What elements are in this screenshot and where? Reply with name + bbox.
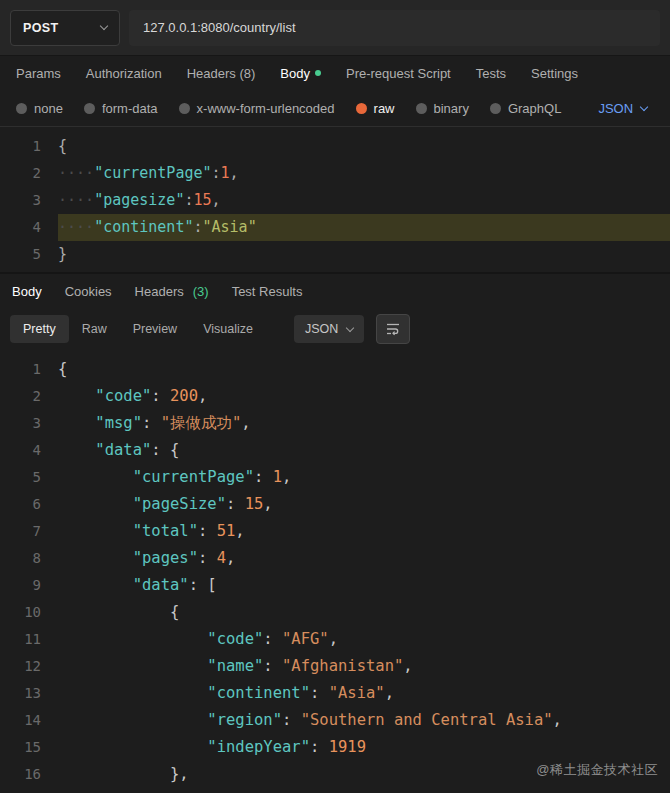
- code-line: 14 "region": "Southern and Central Asia"…: [0, 707, 670, 734]
- line-number: 14: [0, 707, 58, 734]
- line-number: 3: [0, 410, 58, 437]
- raw-format-label: JSON: [598, 101, 633, 116]
- code-content: "code": "AFG",: [58, 626, 670, 653]
- radio-selected-icon: [356, 103, 367, 114]
- code-line: 1{: [0, 356, 670, 383]
- body-type-none[interactable]: none: [16, 101, 63, 116]
- body-type-binary[interactable]: binary: [416, 101, 469, 116]
- line-number: 2: [0, 383, 58, 410]
- tab-params[interactable]: Params: [16, 66, 61, 81]
- line-number: 2: [0, 160, 58, 187]
- code-content: "region": "Southern and Central Asia",: [58, 707, 670, 734]
- code-line: 4 "data": {: [0, 437, 670, 464]
- url-input[interactable]: 127.0.0.1:8080/country/list: [129, 10, 660, 46]
- body-type-row: none form-data x-www-form-urlencoded raw…: [0, 90, 670, 126]
- request-tabs: Params Authorization Headers (8) Body Pr…: [0, 56, 670, 90]
- code-content: "code": 200,: [58, 383, 670, 410]
- response-tab-headers[interactable]: Headers (3): [135, 284, 209, 299]
- view-tab-visualize[interactable]: Visualize: [190, 315, 266, 343]
- line-number: 15: [0, 734, 58, 761]
- code-content: "currentPage": 1,: [58, 464, 670, 491]
- line-number: 13: [0, 680, 58, 707]
- code-content: "pages": 4,: [58, 545, 670, 572]
- code-line: 4····"continent":"Asia": [0, 214, 670, 241]
- tab-headers[interactable]: Headers (8): [187, 66, 256, 81]
- wrap-text-button[interactable]: [376, 314, 410, 344]
- line-number: 11: [0, 626, 58, 653]
- response-tab-headers-label: Headers: [135, 284, 184, 299]
- code-content: ····"continent":"Asia": [58, 214, 670, 241]
- body-type-label: x-www-form-urlencoded: [197, 101, 335, 116]
- view-tab-pretty[interactable]: Pretty: [10, 315, 69, 343]
- code-line: 5 "currentPage": 1,: [0, 464, 670, 491]
- tab-pre-request-script[interactable]: Pre-request Script: [346, 66, 451, 81]
- code-line: 12 "name": "Afghanistan",: [0, 653, 670, 680]
- body-type-graphql[interactable]: GraphQL: [490, 101, 561, 116]
- response-tab-cookies[interactable]: Cookies: [65, 284, 112, 299]
- headers-count-badge: (3): [193, 284, 209, 299]
- view-tab-preview[interactable]: Preview: [120, 315, 190, 343]
- body-type-label: form-data: [102, 101, 158, 116]
- line-number: 1: [0, 133, 58, 160]
- code-content: "indepYear": 1919: [58, 734, 670, 761]
- code-line: 2 "code": 200,: [0, 383, 670, 410]
- view-tab-raw[interactable]: Raw: [69, 315, 120, 343]
- tab-body[interactable]: Body: [280, 66, 321, 81]
- code-content: "total": 51,: [58, 518, 670, 545]
- raw-format-select[interactable]: JSON: [598, 101, 647, 116]
- code-line: 9 "data": [: [0, 572, 670, 599]
- response-tab-test-results[interactable]: Test Results: [232, 284, 303, 299]
- body-type-raw[interactable]: raw: [356, 101, 395, 116]
- response-section: Body Cookies Headers (3) Test Results Pr…: [0, 272, 670, 792]
- body-type-label: binary: [434, 101, 469, 116]
- response-tabs: Body Cookies Headers (3) Test Results: [0, 274, 670, 308]
- response-toolbar: Pretty Raw Preview Visualize JSON: [0, 308, 670, 350]
- code-content: "data": {: [58, 437, 670, 464]
- tab-tests[interactable]: Tests: [476, 66, 506, 81]
- code-line: 6 "pageSize": 15,: [0, 491, 670, 518]
- line-number: 4: [0, 214, 58, 241]
- tab-authorization[interactable]: Authorization: [86, 66, 162, 81]
- body-type-label: GraphQL: [508, 101, 561, 116]
- tab-body-label: Body: [280, 66, 310, 81]
- code-content: "pageSize": 15,: [58, 491, 670, 518]
- body-type-label: raw: [374, 101, 395, 116]
- code-content: {: [58, 133, 670, 160]
- code-content: }: [58, 241, 670, 268]
- response-body-viewer[interactable]: 1{2 "code": 200,3 "msg": "操做成功",4 "data"…: [0, 350, 670, 792]
- method-select[interactable]: POST: [10, 10, 120, 46]
- code-line: 8 "pages": 4,: [0, 545, 670, 572]
- request-body-editor[interactable]: 1{2····"currentPage":1,3····"pagesize":1…: [0, 126, 670, 272]
- tab-settings[interactable]: Settings: [531, 66, 578, 81]
- code-line: 15 "indepYear": 1919: [0, 734, 670, 761]
- code-content: {: [58, 599, 670, 626]
- chevron-down-icon: [346, 323, 354, 331]
- response-tab-body[interactable]: Body: [12, 284, 42, 299]
- line-number: 10: [0, 599, 58, 626]
- radio-icon: [84, 103, 95, 114]
- code-line: 2····"currentPage":1,: [0, 160, 670, 187]
- body-type-label: none: [34, 101, 63, 116]
- radio-icon: [416, 103, 427, 114]
- body-type-form-data[interactable]: form-data: [84, 101, 158, 116]
- code-content: "data": [: [58, 572, 670, 599]
- code-line: 3····"pagesize":15,: [0, 187, 670, 214]
- body-type-x-www-form-urlencoded[interactable]: x-www-form-urlencoded: [179, 101, 335, 116]
- line-number: 8: [0, 545, 58, 572]
- code-line: 11 "code": "AFG",: [0, 626, 670, 653]
- code-line: 1{: [0, 133, 670, 160]
- line-number: 5: [0, 241, 58, 268]
- code-content: {: [58, 356, 670, 383]
- method-label: POST: [23, 21, 59, 35]
- code-line: 3 "msg": "操做成功",: [0, 410, 670, 437]
- response-format-select[interactable]: JSON: [294, 315, 364, 343]
- line-number: 5: [0, 464, 58, 491]
- line-number: 16: [0, 761, 58, 788]
- chevron-down-icon: [640, 102, 648, 110]
- line-number: 4: [0, 437, 58, 464]
- line-number: 6: [0, 491, 58, 518]
- url-text: 127.0.0.1:8080/country/list: [143, 20, 296, 35]
- radio-icon: [16, 103, 27, 114]
- wrap-text-icon: [385, 321, 401, 337]
- line-number: 7: [0, 518, 58, 545]
